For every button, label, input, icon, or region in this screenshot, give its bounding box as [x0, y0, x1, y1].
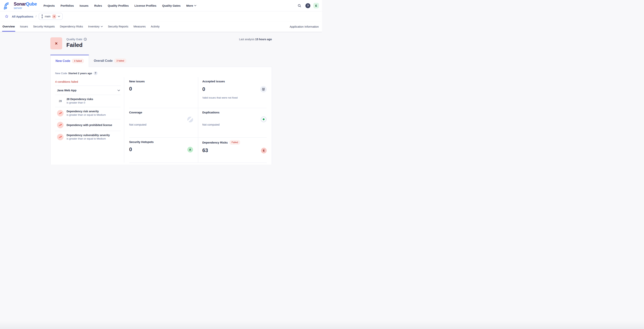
help-icon[interactable]: ? — [306, 3, 310, 8]
condition-row[interactable]: Dependency vulnerability severity is gre… — [55, 131, 121, 143]
duplications-value: Not computed — [202, 123, 267, 126]
branch-name: main — [45, 15, 50, 18]
nav-issues[interactable]: Issues — [80, 4, 88, 7]
main-nav: Projects Portfolios Issues Rules Quality… — [44, 4, 196, 7]
chevron-down-icon — [101, 26, 103, 27]
nav-rules[interactable]: Rules — [94, 4, 102, 7]
security-hotspots-value[interactable]: 0 — [129, 147, 132, 152]
tab-dependency-risks[interactable]: Dependency Risks — [60, 21, 83, 32]
brand-qube: Qube — [26, 1, 37, 6]
nav-projects[interactable]: Projects — [44, 4, 55, 7]
global-navbar: SonarQube server Projects Portfolios Iss… — [0, 0, 322, 11]
branch-qg-failed-badge: x — [52, 14, 56, 18]
condition-title: Dependency risk severity — [66, 110, 106, 113]
conditions-summary: 4 conditions failed — [55, 79, 121, 86]
new-issues-value[interactable]: 0 — [129, 86, 132, 92]
quality-gate-status: Failed — [66, 42, 87, 48]
metric-coverage: Coverage Not computed — [129, 108, 198, 137]
period-help-icon[interactable]: ? — [94, 71, 98, 75]
application-information-link[interactable]: Application Information — [290, 25, 319, 28]
metrics-grid: New issues 0 Accepted issues 0 — [124, 77, 272, 163]
breadcrumb-separator: / — [36, 15, 36, 18]
condition-title: Dependency vulnerability severity — [66, 133, 110, 137]
tab-overview[interactable]: Overview — [2, 21, 15, 32]
coverage-no-data-icon — [187, 117, 193, 122]
search-icon[interactable] — [297, 3, 302, 8]
branch-icon — [41, 14, 43, 18]
tab-security-hotspots[interactable]: Security Hotspots — [33, 21, 55, 32]
condition-title: Dependency with prohibited license — [66, 123, 112, 127]
tab-inventory[interactable]: Inventory — [88, 21, 103, 32]
user-avatar[interactable]: E — [314, 3, 319, 8]
coverage-value: Not computed — [129, 123, 193, 126]
new-code-failed-badge: 4 failed — [72, 59, 84, 63]
condition-row[interactable]: Dependency risk severity is greater than… — [55, 107, 121, 119]
quality-gate-header: × Quality Gate Failed Last analysis 15 h… — [50, 37, 272, 49]
tab-overall-code[interactable]: Overall Code 3 failed — [89, 55, 131, 67]
metric-duplications: Duplications Not computed — [198, 108, 267, 137]
chevron-down-icon — [194, 5, 196, 6]
nav-license-profiles[interactable]: License Profiles — [134, 4, 156, 7]
brand-subtitle: server — [14, 7, 37, 9]
accepted-issues-caption: Valid issues that were not fixed — [202, 96, 267, 99]
project-tabs-bar: Overview Issues Security Hotspots Depend… — [0, 21, 322, 32]
condition-detail: is greater than 0 — [66, 101, 93, 104]
tab-new-code[interactable]: New Code 4 failed — [50, 55, 89, 67]
chevron-down-icon — [58, 16, 60, 17]
trend-up-risk-icon — [57, 122, 64, 128]
condition-row[interactable]: Dependency with prohibited license — [55, 119, 121, 131]
overall-code-failed-badge: 3 failed — [114, 59, 126, 63]
condition-title: 28 Dependency risks — [66, 97, 93, 101]
accepted-issues-value[interactable]: 0 — [202, 86, 205, 92]
new-code-period-value: Started 2 years ago — [68, 72, 92, 75]
quality-gate-failed-icon: × — [50, 37, 62, 49]
nav-quality-gates[interactable]: Quality Gates — [162, 4, 181, 7]
failed-conditions-panel: 4 conditions failed Java Web App 28 28 D… — [50, 77, 124, 163]
breadcrumb-all-applications[interactable]: All Applications — [12, 15, 34, 18]
metric-new-issues: New issues 0 — [129, 77, 198, 108]
code-scope-tabs: New Code 4 failed Overall Code 3 failed — [50, 55, 322, 67]
condition-detail: is greater than or equal to Medium — [66, 113, 106, 117]
metric-accepted-issues: Accepted issues 0 Valid iss — [198, 77, 267, 108]
brand-sonar: Sonar — [14, 1, 26, 6]
condition-row[interactable]: 28 28 Dependency risks is greater than 0 — [55, 95, 121, 107]
new-code-panel: New Code Started 2 years ago ? 4 conditi… — [50, 67, 272, 164]
condition-detail: is greater than or equal to Medium — [66, 137, 110, 140]
last-analysis-value: 15 hours ago — [255, 38, 272, 41]
sonar-waves-icon — [4, 1, 12, 10]
trend-up-risk-icon — [57, 110, 64, 116]
tab-issues[interactable]: Issues — [20, 21, 28, 32]
branch-selector[interactable]: main x — [39, 13, 62, 20]
new-code-period: New Code Started 2 years ago ? — [50, 67, 272, 77]
info-icon[interactable] — [84, 38, 87, 41]
trend-up-risk-icon — [57, 134, 64, 140]
duplication-green-dot — [263, 118, 264, 120]
breadcrumb: All Applications / main x — [0, 11, 322, 21]
nav-more[interactable]: More — [186, 4, 196, 7]
duplications-ring-icon — [260, 116, 267, 122]
dependency-risks-value[interactable]: 63 — [202, 148, 208, 153]
nav-quality-profiles[interactable]: Quality Profiles — [108, 4, 129, 7]
project-selector[interactable]: Java Web App — [55, 86, 121, 95]
nav-portfolios[interactable]: Portfolios — [60, 4, 74, 7]
tab-activity[interactable]: Activity — [151, 21, 160, 32]
snooze-icon — [260, 86, 267, 92]
tab-measures[interactable]: Measures — [134, 21, 146, 32]
dependency-risks-failed-badge: Failed — [230, 140, 240, 144]
sonarqube-logo[interactable]: SonarQube server — [4, 1, 42, 10]
dependency-risks-rating-badge: E — [261, 148, 267, 153]
metric-dependency-risks: Dependency Risks Failed 63 E — [198, 138, 267, 163]
quality-gate-label: Quality Gate — [66, 37, 82, 41]
security-review-rating-badge: A — [187, 147, 193, 152]
last-analysis: Last analysis 15 hours ago — [239, 37, 272, 41]
favorite-star-icon[interactable] — [4, 13, 10, 19]
condition-value: 28 — [59, 99, 62, 103]
overview-page: × Quality Gate Failed Last analysis 15 h… — [0, 37, 322, 164]
metric-security-hotspots: Security Hotspots 0 A — [129, 138, 198, 163]
tab-security-reports[interactable]: Security Reports — [108, 21, 128, 32]
chevron-down-icon — [118, 90, 120, 91]
